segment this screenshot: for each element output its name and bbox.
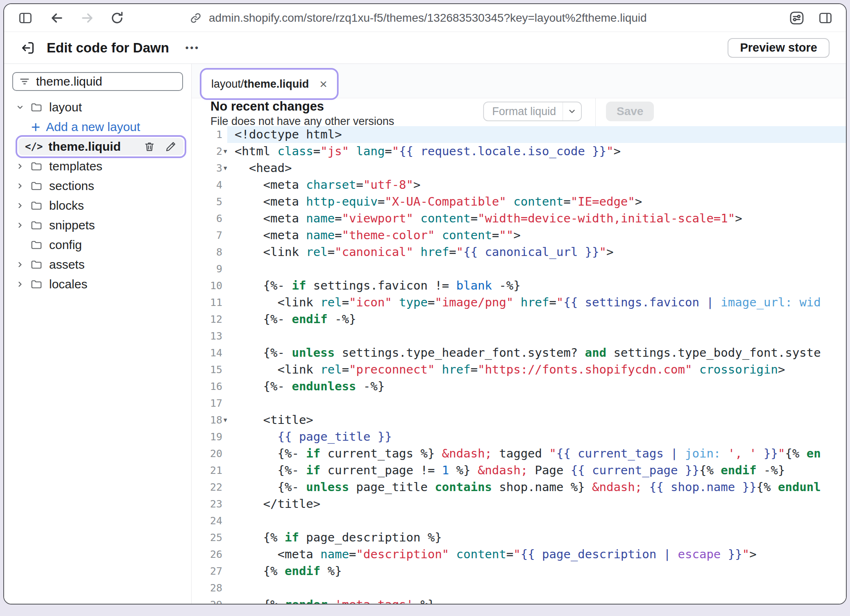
preview-store-button[interactable]: Preview store xyxy=(728,38,830,58)
code-line[interactable]: 28 xyxy=(192,580,846,596)
fold-chevron-icon[interactable]: ▾ xyxy=(224,160,227,177)
code-line[interactable]: 19 {{ page_title }} xyxy=(192,428,846,445)
format-liquid-button[interactable]: Format liquid xyxy=(483,102,582,121)
code-line[interactable]: 14 {%- unless settings.type_header_font.… xyxy=(192,344,846,361)
tab-theme-liquid[interactable]: layout/theme.liquid × xyxy=(203,71,335,97)
line-number: 3▾ xyxy=(192,160,227,177)
sidebar-item-label: snippets xyxy=(49,218,95,232)
code-line[interactable]: 1<!doctype html> xyxy=(192,126,846,143)
sidebar-item-locales[interactable]: locales xyxy=(4,274,191,294)
sidebar-item-assets[interactable]: assets xyxy=(4,255,191,274)
folder-icon xyxy=(30,278,43,290)
code-line[interactable]: 20 {%- if current_tags %} &ndash; tagged… xyxy=(192,445,846,462)
sidebar-item-label: sections xyxy=(49,179,94,193)
chevron-right-icon xyxy=(16,260,25,269)
annotation-highlight-tab: layout/theme.liquid × xyxy=(200,68,339,100)
code-line[interactable]: 11 <link rel="icon" type="image/png" hre… xyxy=(192,294,846,311)
more-actions-icon[interactable]: ••• xyxy=(185,43,200,53)
sidebar-toggle-icon[interactable] xyxy=(18,11,33,25)
sidebar-item-blocks[interactable]: blocks xyxy=(4,196,191,215)
back-icon[interactable] xyxy=(49,10,65,26)
code-line[interactable]: 2▾<html class="js" lang="{{ request.loca… xyxy=(192,143,846,160)
sidebar-item-label: templates xyxy=(49,159,102,173)
app-header: Edit code for Dawn ••• Preview store xyxy=(4,32,846,64)
browser-toolbar: admin.shopify.com/store/rzq1xu-f5/themes… xyxy=(4,4,846,32)
reload-icon[interactable] xyxy=(110,11,124,25)
code-line[interactable]: 8 <link rel="canonical" href="{{ canonic… xyxy=(192,244,846,260)
code-line[interactable]: 27 {% endif %} xyxy=(192,563,846,580)
code-line[interactable]: 17 xyxy=(192,395,846,412)
code-line[interactable]: 24 xyxy=(192,512,846,529)
code-line[interactable]: 6 <meta name="viewport" content="width=d… xyxy=(192,210,846,227)
code-line[interactable]: 3▾ <head> xyxy=(192,160,846,177)
code-line[interactable]: 13 xyxy=(192,328,846,344)
tab-path: layout/ xyxy=(211,78,244,91)
fold-chevron-icon[interactable]: ▾ xyxy=(224,143,227,160)
folder-icon xyxy=(30,180,43,192)
edit-icon[interactable] xyxy=(165,140,177,153)
code-line[interactable]: 23 </title> xyxy=(192,496,846,512)
code-line[interactable]: 15 <link rel="preconnect" href="https://… xyxy=(192,361,846,378)
line-number: 26 xyxy=(192,546,227,563)
chevron-right-icon xyxy=(16,202,25,210)
code-line[interactable]: 21 {%- if current_page != 1 %} &ndash; P… xyxy=(192,462,846,479)
code-line[interactable]: 25 {% if page_description %} xyxy=(192,529,846,546)
search-input[interactable]: theme.liquid xyxy=(12,72,183,91)
line-number: 14 xyxy=(192,344,227,361)
sidebar-item-snippets[interactable]: snippets xyxy=(4,215,191,235)
line-number: 2▾ xyxy=(192,143,227,160)
link-icon xyxy=(189,11,202,25)
code-line[interactable]: 4 <meta charset="utf-8"> xyxy=(192,177,846,193)
forward-icon[interactable] xyxy=(79,10,95,26)
chevron-right-icon xyxy=(16,182,25,190)
line-number: 1 xyxy=(192,126,227,143)
sidebar-item-sections[interactable]: sections xyxy=(4,176,191,196)
code-line[interactable]: 5 <meta http-equiv="X-UA-Compatible" con… xyxy=(192,193,846,210)
code-line[interactable]: 10 {%- if settings.favicon != blank -%} xyxy=(192,277,846,294)
file-name: theme.liquid xyxy=(48,140,121,154)
sidebar-item-layout[interactable]: layout xyxy=(4,97,191,117)
close-icon[interactable]: × xyxy=(320,77,328,91)
chevron-down-icon[interactable] xyxy=(563,102,581,120)
code-line[interactable]: 18▾ <title> xyxy=(192,412,846,428)
line-number: 27 xyxy=(192,563,227,580)
chevron-right-icon xyxy=(16,280,25,288)
code-line[interactable]: 22 {%- unless page_title contains shop.n… xyxy=(192,479,846,496)
code-editor[interactable]: 1<!doctype html>2▾<html class="js" lang=… xyxy=(192,126,846,604)
header-divider xyxy=(595,98,596,126)
code-line[interactable]: 9 xyxy=(192,260,846,277)
sidebar-item-config[interactable]: config xyxy=(4,235,191,255)
line-number: 25 xyxy=(192,529,227,546)
code-line[interactable]: 12 {%- endif -%} xyxy=(192,311,846,328)
save-button[interactable]: Save xyxy=(606,102,654,121)
exit-icon[interactable] xyxy=(20,40,36,56)
folder-icon xyxy=(30,258,43,271)
sidebar-item-label: config xyxy=(49,238,82,252)
code-line[interactable]: 7 <meta name="theme-color" content=""> xyxy=(192,227,846,244)
editor-header: No recent changes File does not have any… xyxy=(192,98,846,126)
code-line[interactable]: 16 {%- endunless -%} xyxy=(192,378,846,395)
side-panel-icon[interactable] xyxy=(818,11,833,25)
editor-pane: layout/theme.liquid × No recent changes … xyxy=(192,64,846,604)
chevron-right-icon xyxy=(16,221,25,229)
sidebar-item-label: blocks xyxy=(49,199,84,213)
line-number: 15 xyxy=(192,361,227,378)
sidebar-item-label: locales xyxy=(49,277,87,291)
line-number: 9 xyxy=(192,260,227,277)
line-number: 8 xyxy=(192,244,227,260)
sidebar-item-templates[interactable]: templates xyxy=(4,156,191,176)
line-number: 11 xyxy=(192,294,227,311)
folder-icon xyxy=(30,219,43,231)
delete-icon[interactable] xyxy=(143,140,156,153)
extensions-icon[interactable] xyxy=(789,10,805,26)
line-number: 10 xyxy=(192,277,227,294)
sidebar-item-theme-liquid[interactable]: </> theme.liquid xyxy=(18,138,183,155)
line-number: 6 xyxy=(192,210,227,227)
fold-chevron-icon[interactable]: ▾ xyxy=(224,412,227,428)
add-new-layout-link[interactable]: + Add a new layout xyxy=(4,117,191,137)
line-number: 4 xyxy=(192,177,227,193)
address-bar[interactable]: admin.shopify.com/store/rzq1xu-f5/themes… xyxy=(209,11,647,25)
line-number: 28 xyxy=(192,580,227,596)
code-line[interactable]: 26 <meta name="description" content="{{ … xyxy=(192,546,846,563)
code-line[interactable]: 29 {% render 'meta-tags' %} xyxy=(192,596,846,604)
